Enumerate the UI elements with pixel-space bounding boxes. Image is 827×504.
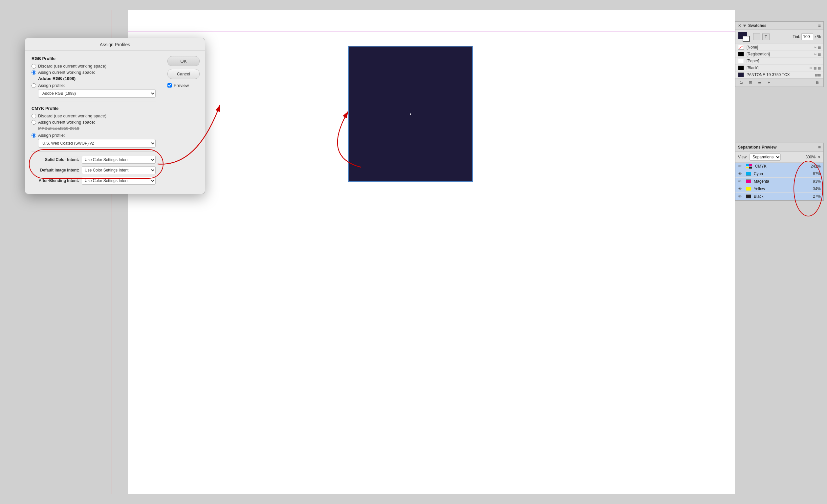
list-item[interactable]: 👁 Cyan 87% (735, 170, 823, 178)
none-color-swatch (738, 45, 744, 50)
list-item[interactable]: [Registration] ✂ ▦ (735, 51, 823, 58)
section-divider-2 (32, 152, 156, 152)
after-blending-intent-label: After-Blending Intent: (32, 178, 79, 183)
stroke-color-swatch[interactable] (743, 36, 750, 42)
tint-area: Tint: › % (792, 34, 821, 40)
tint-unit: % (817, 35, 821, 39)
rgb-discard-radio[interactable] (32, 64, 36, 68)
visibility-eye-icon[interactable]: 👁 (738, 164, 743, 169)
list-item[interactable]: 👁 Yellow 34% (735, 185, 823, 193)
close-icon[interactable]: ✕ (738, 23, 741, 28)
color-mode-button[interactable] (753, 33, 760, 40)
cmyk-row-name: CMYK (755, 164, 807, 169)
rgb-section-title: RGB Profile (32, 56, 156, 61)
rgb-profile-dropdown[interactable]: Adobe RGB (1998) (38, 89, 156, 98)
new-swatch-icon[interactable]: + (766, 80, 772, 85)
rgb-assign-current-radio[interactable] (32, 70, 36, 75)
cyan-color-box (746, 172, 751, 176)
text-mode-button[interactable]: T (762, 33, 770, 40)
default-image-intent-dropdown[interactable]: Use Color Settings Intent (82, 166, 156, 174)
cmyk-working-space-value: MPDullcoat350-2019 (32, 126, 156, 131)
cancel-button[interactable]: Cancel (167, 69, 200, 79)
tint-input[interactable] (801, 34, 813, 40)
color-icons: ▩▦ (815, 73, 821, 77)
rgb-assign-current-option[interactable]: Assign current working space: (32, 70, 156, 75)
ok-button[interactable]: OK (167, 56, 200, 66)
list-item[interactable]: PANTONE 19-3750 TCX ▩▦ (735, 71, 823, 78)
visibility-eye-icon[interactable]: 👁 (738, 171, 743, 176)
cmyk-discard-option[interactable]: Discard (use current working space) (32, 113, 156, 118)
list-view-icon[interactable]: ☰ (757, 80, 763, 85)
color-grid-icon: ▩ (814, 66, 817, 70)
black-color-swatch (738, 66, 744, 70)
swatch-icons-none: ✂ ▦ (814, 46, 821, 49)
list-item[interactable]: 👁 Black 27% (735, 193, 823, 200)
yellow-pct: 34% (809, 186, 821, 191)
default-image-intent-label: Default Image Intent: (32, 168, 79, 172)
section-divider-1 (32, 102, 156, 102)
separations-menu-icon[interactable]: ≡ (818, 145, 821, 150)
dialog-body: RGB Profile Discard (use current working… (25, 51, 205, 194)
rgb-assign-profile-option[interactable]: Assign profile: (32, 83, 156, 88)
cmyk-assign-profile-label: Assign profile: (38, 133, 65, 138)
grid-view-icon[interactable]: ⊞ (747, 80, 754, 85)
panel-menu-icon[interactable]: ≡ (818, 23, 821, 28)
preview-checkbox[interactable] (167, 83, 172, 88)
after-blending-intent-dropdown[interactable]: Use Color Settings Intent (82, 177, 156, 185)
cmyk-discard-radio[interactable] (32, 114, 36, 118)
swatches-panel-header: ✕ Swatches ≡ (735, 22, 823, 30)
magenta-pct: 93% (809, 179, 821, 184)
cmyk-pct: 242% (809, 164, 821, 169)
delete-swatch-icon[interactable]: 🗑 (814, 80, 821, 85)
rgb-discard-option[interactable]: Discard (use current working space) (32, 64, 156, 68)
cmyk-section-title: CMYK Profile (32, 106, 156, 111)
scissors-icon2: ✂ (810, 66, 812, 70)
swatch-name-registration: [Registration] (746, 52, 811, 56)
cmyk-profile-dropdown-row: U.S. Web Coated (SWOP) v2 (38, 139, 156, 148)
list-item[interactable]: [Paper] (735, 58, 823, 65)
preview-row[interactable]: Preview (167, 83, 200, 88)
triangle-icon (743, 23, 746, 28)
swatch-list: [None] ✂ ▦ [Registration] ✂ ▦ [Paper] [B… (735, 44, 823, 78)
visibility-eye-icon[interactable]: 👁 (738, 194, 743, 199)
tint-label: Tint: (792, 35, 800, 39)
visibility-eye-icon[interactable]: 👁 (738, 186, 743, 191)
list-item[interactable]: 👁 Magenta 93% (735, 178, 823, 185)
default-image-intent-row: Default Image Intent: Use Color Settings… (32, 166, 156, 174)
chevron-down-icon[interactable]: ▼ (818, 156, 821, 159)
new-color-group-icon[interactable]: 🗂 (738, 80, 744, 85)
center-dot (410, 113, 411, 115)
preview-label: Preview (174, 83, 189, 88)
swatches-panel: ✕ Swatches ≡ T Tint: › % [None] ✂ ▦ (735, 21, 824, 87)
cmyk-assign-current-option[interactable]: Assign current working space: (32, 120, 156, 125)
cmyk-assign-profile-radio[interactable] (32, 133, 36, 138)
black-row-name: Black (754, 194, 807, 199)
list-item[interactable]: [None] ✂ ▦ (735, 44, 823, 51)
list-item[interactable]: 👁 CMYK 242% (735, 163, 823, 170)
visibility-eye-icon[interactable]: 👁 (738, 179, 743, 184)
canvas-white (128, 10, 735, 494)
separations-view-dropdown[interactable]: Separations (749, 154, 781, 161)
rgb-assign-profile-radio[interactable] (32, 83, 36, 88)
arrow-right-icon[interactable]: › (815, 35, 816, 39)
cmyk-assign-profile-option[interactable]: Assign profile: (32, 133, 156, 138)
swatch-name-black: [Black] (746, 66, 807, 70)
list-item[interactable]: [Black] ✂ ▩ ▦ (735, 65, 823, 71)
assign-profiles-dialog: Assign Profiles RGB Profile Discard (use… (25, 38, 205, 194)
cmyk-profile-dropdown[interactable]: U.S. Web Coated (SWOP) v2 (38, 139, 156, 148)
grid-icon: ▦ (818, 46, 821, 49)
cmyk-assign-current-radio[interactable] (32, 120, 36, 125)
cyan-row-name: Cyan (754, 171, 807, 176)
solid-color-intent-dropdown[interactable]: Use Color Settings Intent (82, 156, 156, 164)
cmyk-discard-label: Discard (use current working space) (38, 113, 106, 118)
pantone-color-swatch (738, 72, 744, 77)
separations-preview-panel: Separations Preview ≡ View: Separations … (735, 143, 824, 201)
swatch-icons-black: ✂ ▩ ▦ (810, 66, 821, 70)
separations-list: 👁 CMYK 242% 👁 Cyan 87% 👁 Magenta 93% (735, 163, 823, 200)
separations-title: Separations Preview (738, 145, 776, 150)
rgb-discard-label: Discard (use current working space) (38, 64, 106, 68)
cmyk-icon: ▦ (818, 66, 821, 70)
dialog-right-panel: OK Cancel Preview (162, 51, 205, 194)
rgb-profile-dropdown-row: Adobe RGB (1998) (38, 89, 156, 98)
swatches-title: Swatches (748, 23, 766, 28)
